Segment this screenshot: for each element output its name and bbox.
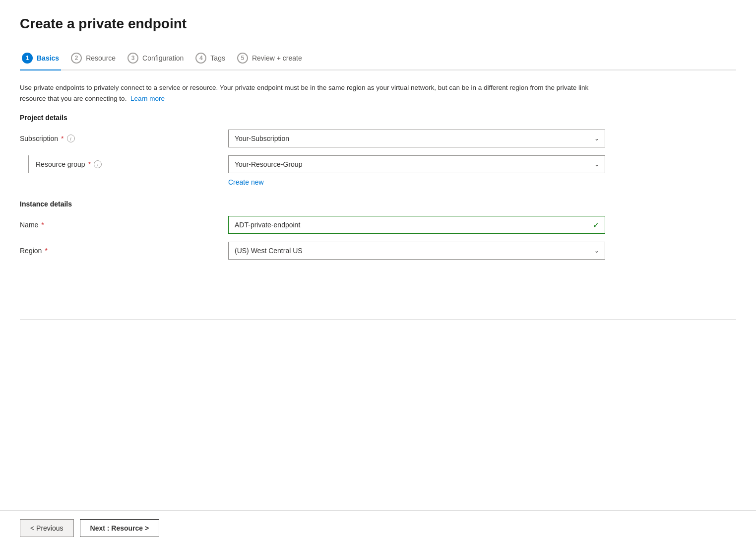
project-details-header: Project details bbox=[20, 114, 736, 122]
description-section: Use private endpoints to privately conne… bbox=[20, 70, 615, 114]
tab-tags[interactable]: 4 Tags bbox=[193, 48, 235, 69]
tab-basics[interactable]: 1 Basics bbox=[20, 48, 69, 69]
tab-review-create[interactable]: 5 Review + create bbox=[235, 48, 312, 69]
footer-divider bbox=[20, 319, 736, 320]
name-label: Name * bbox=[20, 221, 228, 229]
tab-label-configuration: Configuration bbox=[142, 54, 184, 62]
name-check-icon: ✓ bbox=[593, 220, 599, 230]
tab-number-5: 5 bbox=[237, 53, 248, 64]
name-row: Name * ✓ bbox=[20, 216, 736, 234]
subscription-row: Subscription * i Your-Subscription ⌄ bbox=[20, 130, 736, 147]
footer: < Previous Next : Resource > bbox=[0, 510, 756, 545]
name-control: ✓ bbox=[228, 216, 605, 234]
learn-more-link[interactable]: Learn more bbox=[130, 95, 165, 102]
tab-resource[interactable]: 2 Resource bbox=[69, 48, 126, 69]
region-select[interactable]: (US) West Central US bbox=[228, 242, 605, 260]
resource-group-info-icon[interactable]: i bbox=[94, 160, 102, 168]
tab-label-review-create: Review + create bbox=[252, 54, 302, 62]
resource-group-required-star: * bbox=[88, 160, 91, 168]
create-new-link[interactable]: Create new bbox=[228, 178, 736, 186]
name-required-star: * bbox=[41, 221, 44, 229]
subscription-required-star: * bbox=[61, 135, 63, 142]
tab-configuration[interactable]: 3 Configuration bbox=[126, 48, 193, 69]
instance-details-section: Instance details Name * ✓ Region * bbox=[20, 200, 736, 260]
instance-details-header: Instance details bbox=[20, 200, 736, 208]
name-input[interactable] bbox=[228, 216, 605, 234]
subscription-label: Subscription * i bbox=[20, 135, 228, 142]
resource-group-row: Resource group * i Your-Resource-Group ⌄ bbox=[36, 155, 736, 173]
region-select-wrapper: (US) West Central US ⌄ bbox=[228, 242, 605, 260]
subscription-select[interactable]: Your-Subscription bbox=[228, 130, 605, 147]
resource-group-select-wrapper: Your-Resource-Group ⌄ bbox=[228, 155, 605, 173]
tab-label-basics: Basics bbox=[37, 54, 59, 62]
tab-number-2: 2 bbox=[71, 53, 82, 64]
region-label: Region * bbox=[20, 247, 228, 255]
tab-label-tags: Tags bbox=[210, 54, 225, 62]
previous-button[interactable]: < Previous bbox=[20, 519, 74, 537]
resource-group-select[interactable]: Your-Resource-Group bbox=[228, 155, 605, 173]
region-row: Region * (US) West Central US ⌄ bbox=[20, 242, 736, 260]
resource-group-label: Resource group * i bbox=[36, 160, 228, 168]
project-details-section: Project details Subscription * i Your-Su… bbox=[20, 114, 736, 186]
main-content: Create a private endpoint 1 Basics 2 Res… bbox=[0, 0, 756, 320]
subscription-info-icon[interactable]: i bbox=[67, 135, 75, 142]
resource-group-control: Your-Resource-Group ⌄ bbox=[228, 155, 605, 173]
page-title: Create a private endpoint bbox=[20, 16, 736, 32]
description-text: Use private endpoints to privately conne… bbox=[20, 84, 588, 102]
subscription-control: Your-Subscription ⌄ bbox=[228, 130, 605, 147]
next-button[interactable]: Next : Resource > bbox=[80, 519, 160, 537]
subscription-select-wrapper: Your-Subscription ⌄ bbox=[228, 130, 605, 147]
tab-number-1: 1 bbox=[22, 53, 33, 64]
create-new-wrapper: Create new bbox=[36, 175, 736, 186]
tab-number-3: 3 bbox=[127, 53, 138, 64]
region-required-star: * bbox=[45, 247, 47, 255]
tab-number-4: 4 bbox=[195, 53, 206, 64]
tabs-nav: 1 Basics 2 Resource 3 Configuration 4 Ta… bbox=[20, 48, 736, 70]
region-control: (US) West Central US ⌄ bbox=[228, 242, 605, 260]
name-input-wrapper: ✓ bbox=[228, 216, 605, 234]
tab-label-resource: Resource bbox=[86, 54, 116, 62]
